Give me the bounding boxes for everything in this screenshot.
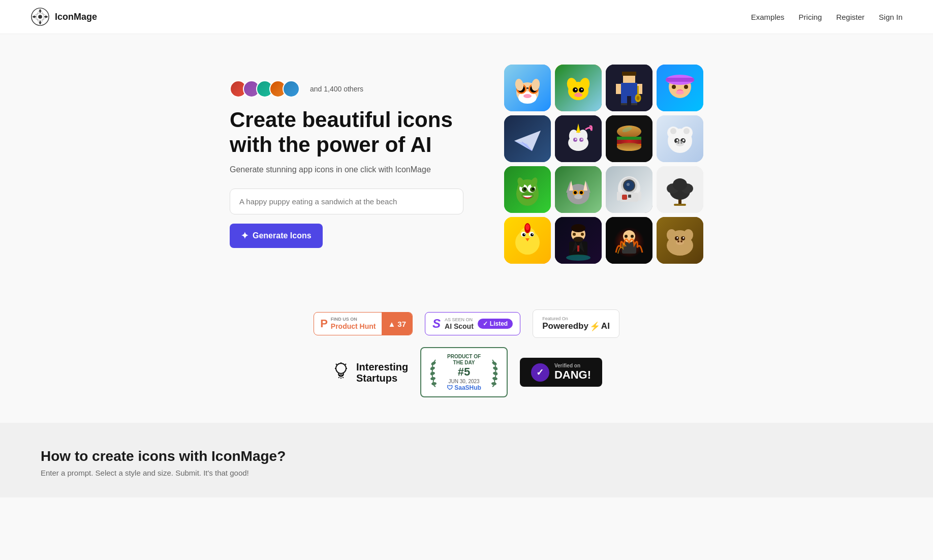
svg-line-168	[336, 364, 337, 365]
svg-point-21	[575, 89, 577, 90]
svg-point-87	[524, 188, 526, 190]
logo[interactable]: IconMage	[30, 7, 97, 26]
svg-point-72	[683, 128, 690, 134]
svg-rect-28	[621, 83, 637, 96]
svg-point-88	[532, 188, 534, 190]
svg-point-71	[670, 128, 676, 134]
svg-point-163	[677, 240, 679, 242]
ph-votes: ▲ 37	[382, 313, 412, 335]
lightning-icon: ⚡	[589, 321, 600, 332]
svg-point-130	[524, 234, 525, 235]
ai-scout-check-icon: ✓	[483, 320, 488, 327]
saashub-the-day: THE DAY	[447, 360, 481, 365]
svg-point-145	[573, 237, 583, 242]
icon-cell	[657, 166, 703, 213]
dang-check-icon: ✓	[531, 363, 549, 382]
avatar-stack	[230, 80, 300, 98]
svg-rect-115	[638, 192, 641, 201]
navbar: IconMage Examples Pricing Register Sign …	[0, 0, 933, 34]
prompt-input[interactable]	[230, 189, 463, 214]
icon-cell	[606, 115, 652, 162]
nav-examples[interactable]: Examples	[751, 13, 785, 21]
svg-rect-41	[666, 78, 694, 82]
icon-cell	[657, 217, 703, 264]
saashub-center: PRODUCT OF THE DAY #5 JUN 30, 2023 🛡 Saa…	[447, 353, 481, 391]
saashub-date: JUN 30, 2023	[447, 379, 481, 384]
svg-rect-33	[621, 103, 627, 105]
hero-section: and 1,400 others Create beautiful icons …	[111, 34, 822, 289]
svg-point-65	[617, 143, 641, 151]
nav-links: Examples Pricing Register Sign In	[751, 13, 903, 21]
interesting-startups-badge[interactable]: Interesting Startups	[331, 360, 408, 385]
svg-point-102	[574, 194, 582, 199]
ph-arrow-icon: ▲	[388, 320, 395, 328]
icon-cell	[657, 65, 703, 111]
svg-point-22	[581, 89, 583, 90]
icon-cell	[504, 166, 551, 213]
avatar-count-text: and 1,400 others	[310, 85, 363, 93]
generate-icon: ✦	[241, 230, 248, 241]
startups-label: Startups	[356, 372, 408, 384]
dang-verified-text: Verified on	[554, 363, 591, 368]
badges-row-1: P FIND US ON Product Hunt ▲ 37 S AS SEEN…	[314, 309, 619, 338]
svg-point-12	[523, 94, 532, 98]
svg-point-146	[571, 224, 585, 232]
ai-scout-name: AI Scout	[445, 322, 474, 330]
icon-grid	[504, 65, 703, 264]
svg-point-177	[430, 371, 436, 375]
icon-cell	[504, 65, 551, 111]
dang-name: DANG!	[554, 368, 591, 382]
bulb-icon	[331, 360, 351, 385]
nav-pricing[interactable]: Pricing	[799, 13, 822, 21]
svg-point-37	[637, 96, 640, 100]
svg-rect-113	[628, 195, 631, 198]
ph-name: Product Hunt	[331, 322, 376, 331]
ph-count: 37	[397, 320, 406, 328]
svg-point-1	[38, 15, 42, 19]
icon-cell	[606, 65, 652, 111]
svg-point-129	[531, 233, 534, 236]
svg-rect-31	[621, 96, 627, 104]
svg-point-178	[430, 377, 436, 381]
ai-scout-badge[interactable]: S AS SEEN ON AI Scout ✓ Listed	[425, 312, 520, 335]
icon-cell	[504, 115, 551, 162]
saashub-product-of: PRODUCT OF	[447, 353, 481, 360]
svg-point-165	[336, 363, 346, 374]
svg-point-77	[676, 141, 684, 146]
saashub-brand: 🛡 SaaSHub	[447, 384, 481, 391]
saashub-rank: #5	[447, 365, 481, 379]
svg-point-152	[631, 235, 634, 238]
nav-signin[interactable]: Sign In	[879, 13, 903, 21]
logo-icon	[30, 7, 50, 26]
avatar	[283, 80, 300, 98]
svg-point-164	[680, 240, 682, 242]
svg-rect-141	[577, 245, 579, 252]
hero-content: and 1,400 others Create beautiful icons …	[230, 80, 463, 248]
svg-point-131	[532, 234, 533, 235]
icon-cell	[504, 217, 551, 264]
icon-cell	[555, 217, 602, 264]
svg-point-161	[683, 237, 685, 239]
svg-point-182	[492, 371, 497, 375]
svg-point-58	[575, 139, 577, 140]
nav-register[interactable]: Register	[836, 13, 864, 21]
svg-point-179	[431, 382, 437, 385]
saashub-badge[interactable]: PRODUCT OF THE DAY #5 JUN 30, 2023 🛡 Saa…	[420, 347, 508, 397]
svg-rect-34	[631, 103, 637, 105]
ai-scout-listed-badge: ✓ Listed	[478, 319, 513, 329]
svg-point-142	[566, 255, 590, 261]
svg-point-75	[676, 139, 678, 141]
ai-scout-info: AS SEEN ON AI Scout	[445, 317, 474, 330]
powered-by-ai-badge[interactable]: Featured On Poweredby⚡AI	[533, 309, 619, 338]
svg-point-133	[519, 242, 536, 255]
ai-scout-s-icon: S	[432, 317, 441, 331]
svg-point-175	[430, 360, 437, 365]
dang-badge[interactable]: ✓ Verified on DANG!	[520, 358, 602, 387]
ph-p-icon: P	[320, 317, 328, 330]
svg-point-121	[673, 178, 687, 191]
generate-button[interactable]: ✦ Generate Icons	[230, 224, 323, 248]
svg-rect-122	[674, 204, 686, 206]
product-hunt-badge[interactable]: P FIND US ON Product Hunt ▲ 37	[314, 312, 413, 335]
interesting-label: Interesting	[356, 361, 408, 372]
svg-point-78	[677, 142, 679, 144]
